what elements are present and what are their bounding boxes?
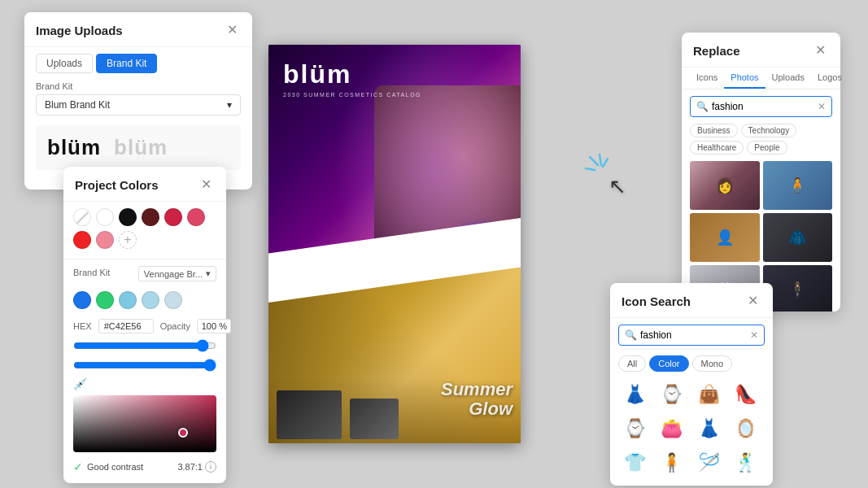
icon-item-person[interactable]: 🧍 (656, 447, 688, 479)
icon-filter-row: All Color Mono (610, 352, 773, 378)
color-swatch-red[interactable] (187, 208, 205, 226)
icon-search-input[interactable] (618, 325, 765, 346)
opacity-label: Opacity (160, 321, 190, 331)
icon-filter-mono[interactable]: Mono (692, 355, 733, 372)
icon-item-watch-2[interactable]: ⌚ (618, 412, 651, 445)
colors-panel-header: Project Colors ✕ (63, 167, 226, 202)
color-swatch-bright-red[interactable] (73, 231, 91, 249)
color-swatch-add[interactable]: + (119, 231, 137, 249)
icons-grid: 👗 ⌚ 👜 👠 ⌚ 👛 👗 🪞 👕 🧍 🪡 🕺 (610, 378, 773, 479)
photo-thumb-6[interactable]: 🕴 (763, 265, 833, 312)
svg-line-2 (603, 159, 608, 167)
colors-panel: Project Colors ✕ + Brand Kit Venngage Br… (63, 167, 226, 483)
icon-item-fashion[interactable]: 🪡 (692, 447, 725, 479)
brand-kit-colors-label: Brand Kit (73, 268, 110, 277)
replace-close-button[interactable]: ✕ (812, 42, 829, 59)
tab-logos[interactable]: Logos (811, 68, 848, 89)
photo-thumb-1[interactable]: 👩 (690, 161, 760, 210)
icon-panel: Icon Search ✕ 🔍 ✕ All Color Mono 👗 ⌚ 👜 👠… (610, 283, 773, 486)
brand-kit-label-row: Brand Kit Venngage Br... ▾ (63, 263, 226, 285)
photo-thumb-3[interactable]: 👤 (690, 213, 760, 262)
contrast-check-icon: ✓ (73, 460, 83, 473)
icon-search-box: 🔍 ✕ (618, 325, 765, 346)
project-colors-grid: + (63, 202, 226, 255)
color-swatch-none[interactable] (73, 208, 91, 226)
alpha-slider[interactable] (73, 361, 216, 369)
catalog-subtitle: 2030 SUMMER COSMETICS CATALOG (283, 92, 421, 98)
tab-uploads[interactable]: Uploads (36, 54, 93, 73)
icon-item-mirror[interactable]: 🪞 (730, 412, 762, 445)
chevron-down-icon: ▾ (227, 99, 232, 111)
info-icon[interactable]: i (205, 461, 216, 473)
picker-handle[interactable] (178, 428, 188, 438)
icon-close-button[interactable]: ✕ (744, 293, 761, 309)
photo-thumb-2[interactable]: 🧍 (763, 161, 833, 210)
icon-item-heel[interactable]: 👠 (730, 378, 762, 411)
icon-item-bag[interactable]: 👜 (692, 378, 725, 411)
logo-preview-row: blüm blüm (36, 125, 241, 170)
color-swatch-dark-red[interactable] (142, 208, 159, 226)
brand-colors-grid (63, 285, 226, 316)
tab-brand-kit[interactable]: Brand Kit (96, 54, 157, 73)
color-swatch-white[interactable] (96, 208, 114, 226)
brand-kit-colors-dropdown[interactable]: Venngage Br... ▾ (138, 266, 216, 281)
replace-clear-icon[interactable]: ✕ (818, 101, 826, 112)
cursor-area: ↖ (582, 150, 630, 199)
contrast-left: ✓ Good contrast (73, 460, 143, 473)
svg-line-1 (600, 155, 601, 165)
uploads-tabs: Uploads Brand Kit (24, 47, 252, 73)
tab-photos[interactable]: Photos (724, 68, 765, 89)
brand-swatch-light-blue[interactable] (119, 291, 137, 309)
color-swatch-black[interactable] (119, 208, 137, 226)
opacity-input[interactable] (197, 319, 231, 333)
contrast-row: ✓ Good contrast 3.87:1 i (63, 455, 226, 473)
replace-tabs: Icons Photos Uploads Logos (682, 68, 840, 89)
contrast-ratio: 3.87:1 i (177, 461, 216, 473)
replace-search-input[interactable] (690, 96, 832, 117)
icon-item-shirt[interactable]: 👕 (618, 447, 651, 479)
filter-tag-technology[interactable]: Technology (741, 124, 797, 137)
catalog-text-overlay: SummerGlow (441, 380, 513, 419)
brand-swatch-lighter-blue[interactable] (142, 291, 159, 309)
contrast-label: Good contrast (87, 462, 143, 472)
color-swatch-red-dark[interactable] (164, 208, 182, 226)
brand-kit-section: Brand Kit Blum Brand Kit ▾ (24, 73, 252, 119)
svg-line-0 (590, 157, 598, 165)
filter-tag-people[interactable]: People (747, 141, 787, 155)
color-swatch-pink[interactable] (96, 231, 114, 249)
hue-slider[interactable] (73, 342, 216, 350)
hex-input[interactable] (98, 319, 154, 333)
hue-slider-row (63, 337, 226, 356)
icon-item-dance[interactable]: 🕺 (730, 447, 762, 479)
filter-tag-business[interactable]: Business (690, 124, 738, 137)
uploads-close-button[interactable]: ✕ (224, 22, 241, 38)
photo-thumb-4[interactable]: 🧥 (763, 213, 833, 262)
svg-line-3 (586, 168, 595, 170)
catalog-image[interactable]: blüm 2030 SUMMER COSMETICS CATALOG Summe… (268, 45, 521, 443)
icon-filter-color[interactable]: Color (649, 355, 688, 372)
tab-uploads[interactable]: Uploads (765, 68, 811, 89)
brand-swatch-lightest-blue[interactable] (164, 291, 182, 309)
brand-swatch-green[interactable] (96, 291, 114, 309)
tab-icons[interactable]: Icons (690, 68, 724, 89)
filter-tag-healthcare[interactable]: Healthcare (690, 141, 744, 155)
icon-panel-title: Icon Search (622, 294, 691, 308)
hex-row: HEX Opacity (63, 316, 226, 337)
colors-divider (63, 259, 226, 259)
icon-panel-header: Icon Search ✕ (610, 283, 773, 318)
icon-item-dress-2[interactable]: 👗 (692, 412, 725, 445)
cursor-arrow: ↖ (608, 174, 626, 199)
colors-panel-title: Project Colors (75, 178, 159, 192)
eyedropper-icon[interactable]: 💉 (73, 377, 87, 390)
color-picker-area[interactable] (73, 395, 216, 452)
icon-item-handbag[interactable]: 👛 (656, 412, 688, 445)
icon-clear-icon[interactable]: ✕ (750, 329, 758, 341)
colors-close-button[interactable]: ✕ (198, 176, 215, 193)
icon-item-watch[interactable]: ⌚ (656, 378, 688, 411)
brand-kit-dropdown[interactable]: Blum Brand Kit ▾ (36, 94, 241, 115)
replace-search-box: 🔍 ✕ (690, 96, 832, 117)
brand-swatch-blue[interactable] (73, 291, 91, 309)
icon-search-icon: 🔍 (625, 329, 637, 341)
icon-item-dress[interactable]: 👗 (618, 378, 651, 411)
icon-filter-all[interactable]: All (618, 355, 646, 372)
